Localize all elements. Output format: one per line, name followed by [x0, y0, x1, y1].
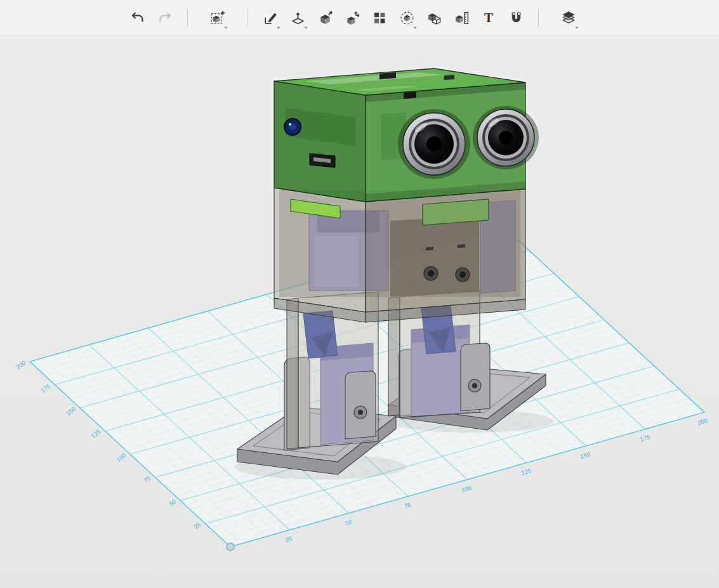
dropdown-caret-icon: [304, 27, 308, 29]
combine-button[interactable]: [422, 4, 446, 31]
extrude-shape-icon: [290, 10, 306, 26]
undo-arrow-icon: [130, 10, 145, 25]
robot-body: [274, 188, 525, 322]
snap-button[interactable]: [504, 4, 528, 31]
toolbar-separator: [187, 9, 188, 27]
left-foot-tab: [345, 371, 376, 439]
viewport-canvas[interactable]: 200 175 150 125 100 75 50 25 25 50 75 10…: [0, 36, 719, 588]
dropdown-caret-icon: [413, 27, 417, 29]
robot-model[interactable]: [235, 69, 553, 480]
material-button[interactable]: [557, 4, 581, 31]
eye-right: [473, 106, 539, 169]
sketch-button[interactable]: [258, 4, 282, 31]
robot-head: [274, 69, 539, 202]
toolbar: T: [0, 0, 719, 36]
cube-dashed-circle-icon: [399, 10, 415, 26]
measure-button[interactable]: [449, 4, 473, 31]
grouping-button[interactable]: [395, 4, 419, 31]
head-top-component: [444, 75, 454, 80]
cube-pull-arrow-icon: [317, 10, 333, 26]
primitive-cube-plus-icon: [209, 10, 226, 26]
construct-button[interactable]: [286, 4, 310, 31]
transform-button[interactable]: [340, 4, 364, 31]
head-left-face: [274, 81, 366, 202]
viewport[interactable]: 200 175 150 125 100 75 50 25 25 50 75 10…: [0, 36, 719, 588]
dropdown-caret-icon: [224, 27, 228, 29]
text-button[interactable]: T: [477, 4, 501, 31]
modify-button[interactable]: [313, 4, 337, 31]
layers-icon: [560, 10, 577, 26]
right-foot-tab: [461, 343, 490, 411]
cad-app-window: T: [0, 0, 719, 588]
dropdown-caret-icon: [277, 27, 280, 29]
magnet-icon: [508, 10, 524, 26]
four-squares-icon: [372, 10, 387, 25]
toolbar-separator: [538, 9, 539, 27]
origin-handle[interactable]: [227, 543, 234, 551]
pattern-button[interactable]: [367, 4, 392, 31]
undo-button[interactable]: [126, 4, 150, 31]
toolbar-separator: [247, 9, 248, 27]
dropdown-caret-icon: [575, 27, 579, 29]
cube-ruler-icon: [454, 10, 470, 26]
head-front-component: [404, 91, 416, 99]
eye-left: [398, 109, 470, 179]
pencil-sketch-icon: [263, 10, 279, 26]
cube-move-arrows-icon: [345, 10, 360, 26]
text-icon: T: [484, 11, 493, 25]
primitives-button[interactable]: [206, 4, 230, 31]
redo-arrow-icon: [157, 10, 173, 25]
redo-button[interactable]: [153, 4, 177, 31]
overlapping-cubes-icon: [426, 10, 442, 26]
